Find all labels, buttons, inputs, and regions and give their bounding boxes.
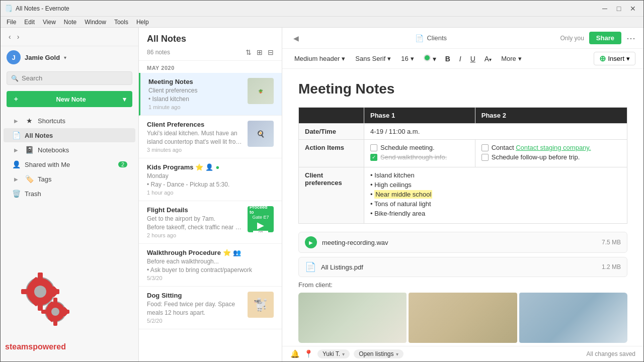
more-options-button[interactable]: ⋯ xyxy=(626,33,635,44)
close-button[interactable]: ✕ xyxy=(626,4,639,14)
font-size-dropdown[interactable]: 16 ▾ xyxy=(397,53,418,64)
note-item-dog-sitting[interactable]: Dog Sitting Food: Feed twice per day. Sp… xyxy=(139,287,282,329)
search-box[interactable]: 🔍 xyxy=(7,71,132,85)
menu-tools[interactable]: Tools xyxy=(110,18,132,27)
staging-company-link[interactable]: Contact staging company. xyxy=(516,144,591,151)
notes-section-label: MAY 2020 xyxy=(139,61,282,73)
checkbox-schedule[interactable] xyxy=(370,144,377,151)
sort-icon[interactable]: ⇅ xyxy=(246,48,252,56)
yuki-tag[interactable]: Yuki T. ▾ xyxy=(317,349,350,358)
highlight-near-school: Near middle school xyxy=(374,190,432,199)
table-cell-datetime-label: Date/Time xyxy=(299,124,364,140)
table-cell-datetime-value: 4-19 / 11:00 a.m. xyxy=(364,124,627,140)
user-area[interactable]: J Jamie Gold ▾ xyxy=(1,46,138,68)
all-notes-icon: 📄 xyxy=(12,131,21,139)
tags-icon: 🏷️ xyxy=(25,175,34,183)
share-button[interactable]: Share xyxy=(589,32,621,44)
window-title: All Notes - Evernote xyxy=(16,5,598,12)
notes-list: All Notes 86 notes ⇅ ⊞ ⊟ MAY 2020 Meetin… xyxy=(139,28,282,361)
note-item-flight-details[interactable]: Flight Details Get to the airport by 7am… xyxy=(139,201,282,244)
trash-icon: 🗑️ xyxy=(12,190,21,198)
color-dot-icon xyxy=(424,54,431,61)
note-item-meeting-notes[interactable]: Meeting Notes Client preferences • Islan… xyxy=(139,73,282,116)
breadcrumb-note-icon: 📄 xyxy=(415,34,424,42)
note-item-client-preferences[interactable]: Client Preferences Yuki's ideal kitchen.… xyxy=(139,116,282,158)
filter-icon[interactable]: ⊞ xyxy=(257,48,263,56)
more-options-dropdown[interactable]: More ▾ xyxy=(497,53,526,64)
location-icon[interactable]: 📍 xyxy=(304,349,313,358)
sidebar-item-shared[interactable]: 👤 Shared with Me 2 xyxy=(4,157,135,171)
attachment-pdf-size: 1.2 MB xyxy=(602,263,621,270)
underline-button[interactable]: U xyxy=(467,53,479,64)
new-note-button[interactable]: ＋ New Note ▾ xyxy=(7,91,132,107)
checkbox-label-contact: Contact Contact staging company. xyxy=(492,144,591,151)
table-header-phase1: Phase 1 xyxy=(364,108,475,124)
room-image-3 xyxy=(519,293,627,343)
more-label: More xyxy=(501,55,516,62)
menu-help[interactable]: Help xyxy=(132,18,153,27)
search-input[interactable] xyxy=(22,74,128,82)
note-preview-2: • Island kitchen xyxy=(148,96,243,103)
header-style-label: Medium header xyxy=(294,55,340,62)
forward-arrow[interactable]: › xyxy=(15,32,22,42)
shared-icon: 👤 xyxy=(12,160,21,168)
title-bar: 🗒️ All Notes - Evernote ─ □ ✕ xyxy=(1,1,643,17)
checkbox-contact[interactable] xyxy=(481,144,489,151)
view-icon[interactable]: ⊟ xyxy=(268,48,274,56)
sidebar-item-notebooks[interactable]: ▶ 📓 Notebooks xyxy=(4,143,135,157)
bell-icon[interactable]: 🔔 xyxy=(290,349,300,358)
note-title: Dog Sitting xyxy=(147,292,243,299)
maximize-button[interactable]: □ xyxy=(612,4,625,14)
bold-button[interactable]: B xyxy=(442,53,454,64)
back-arrow[interactable]: ‹ xyxy=(7,32,13,42)
minimize-button[interactable]: ─ xyxy=(598,4,611,14)
checkbox-row-followup: Schedule follow-up before trip. xyxy=(481,153,621,161)
menu-edit[interactable]: Edit xyxy=(20,18,39,27)
text-color-button[interactable]: ▾ xyxy=(420,53,440,64)
font-family-dropdown[interactable]: Sans Serif ▾ xyxy=(351,53,395,64)
note-item-walkthrough[interactable]: Walkthrough Procedure ⭐ 👥 Before each wa… xyxy=(139,244,282,287)
sidebar-item-label-shared: Shared with Me xyxy=(25,161,70,168)
header-style-dropdown[interactable]: Medium header ▾ xyxy=(290,53,349,64)
insert-button[interactable]: ⊕ Insert ▾ xyxy=(594,52,635,65)
checkbox-walkthrough[interactable]: ✓ xyxy=(370,154,377,161)
window-controls: ─ □ ✕ xyxy=(598,4,639,14)
insert-plus-icon: ⊕ xyxy=(599,54,606,63)
sidebar-item-shortcuts[interactable]: ▶ ★ Shortcuts xyxy=(4,114,135,128)
menu-bar: File Edit View Note Window Tools Help xyxy=(1,17,643,28)
open-listings-tag[interactable]: Open listings ▾ xyxy=(354,349,403,358)
pdf-icon: 📄 xyxy=(305,261,316,273)
menu-file[interactable]: File xyxy=(3,18,20,27)
editor-body[interactable]: Meeting Notes Phase 1 Phase 2 Date/Time xyxy=(282,69,643,346)
text-size-button[interactable]: A▾ xyxy=(481,53,495,64)
note-date: 5/3/20 xyxy=(147,275,274,281)
play-button[interactable]: ▶ xyxy=(305,236,317,248)
sidebar-item-trash[interactable]: 🗑️ Trash xyxy=(4,187,135,201)
note-content: Client Preferences Yuki's ideal kitchen.… xyxy=(147,121,243,153)
sidebar-nav: ▶ ★ Shortcuts 📄 All Notes ▶ 📓 Notebooks … xyxy=(1,110,138,204)
client-image-3 xyxy=(519,293,627,343)
editor-back-button[interactable]: ◀ xyxy=(290,33,302,43)
sidebar-item-label-trash: Trash xyxy=(25,190,41,198)
italic-button[interactable]: I xyxy=(456,53,465,64)
notes-toolbar-icons: ⇅ ⊞ ⊟ xyxy=(246,48,274,56)
sidebar-item-label-notebooks: Notebooks xyxy=(38,146,69,154)
menu-note[interactable]: Note xyxy=(60,18,80,27)
menu-view[interactable]: View xyxy=(39,18,60,27)
sidebar-item-tags[interactable]: ▶ 🏷️ Tags xyxy=(4,172,135,186)
checkbox-followup[interactable] xyxy=(481,154,489,161)
menu-window[interactable]: Window xyxy=(80,18,110,27)
client-image-2 xyxy=(409,293,517,343)
editor-toolbar-top: ◀ 📄 Clients Only you Share ⋯ xyxy=(282,28,643,49)
note-item-kids-programs[interactable]: Kids Programs ⭐ 👤 ● Monday • Ray - Dance… xyxy=(139,158,282,201)
note-preview-1: Before each walkthrough... xyxy=(147,258,274,265)
shortcuts-icon: ★ xyxy=(25,117,34,125)
sidebar-item-all-notes[interactable]: 📄 All Notes xyxy=(4,128,135,142)
open-listings-chevron-icon: ▾ xyxy=(396,351,398,357)
from-client-label: From client: xyxy=(298,281,627,289)
tag-person-icon: 👤 xyxy=(205,163,213,171)
note-title: Flight Details xyxy=(147,206,243,214)
note-content: Flight Details Get to the airport by 7am… xyxy=(147,206,243,238)
note-thumbnail: 🐩 xyxy=(248,292,274,318)
editor-breadcrumb: 📄 Clients xyxy=(415,34,447,42)
